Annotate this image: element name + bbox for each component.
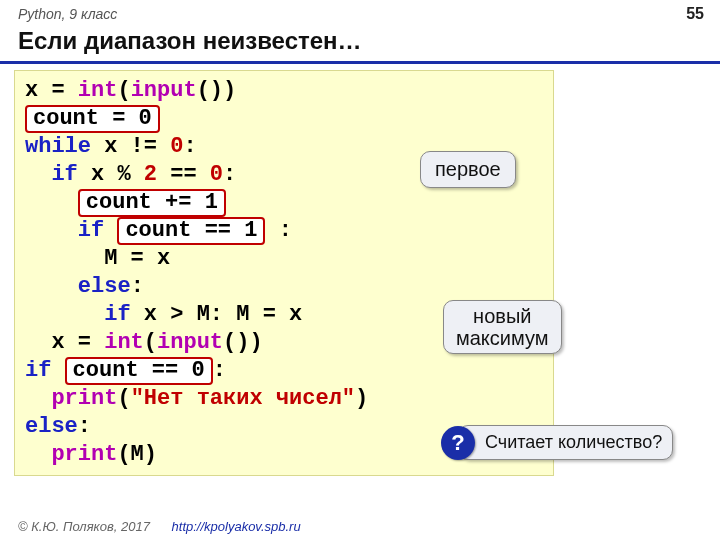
highlight-count-eq0: count == 0 xyxy=(65,357,213,385)
copyright: © К.Ю. Поляков, 2017 xyxy=(18,519,150,534)
slide-footer: © К.Ю. Поляков, 2017 http://kpolyakov.sp… xyxy=(18,519,301,534)
callout-question: ? Считает количество? xyxy=(458,425,673,460)
page-number: 55 xyxy=(686,5,704,23)
title-rule xyxy=(0,61,720,64)
code-line: else: xyxy=(25,273,543,301)
slide-header: Python, 9 класс 55 xyxy=(0,0,720,25)
callout-new-max: новый максимум xyxy=(443,300,562,354)
footer-url: http://kpolyakov.spb.ru xyxy=(172,519,301,534)
code-block: x = int(input()) count = 0 while x != 0:… xyxy=(14,70,554,476)
code-line: print("Нет таких чисел") xyxy=(25,385,543,413)
callout-max-line2: максимум xyxy=(456,327,549,349)
code-line: count += 1 xyxy=(25,189,543,217)
slide-title: Если диапазон неизвестен… xyxy=(0,25,720,61)
course-label: Python, 9 класс xyxy=(18,6,117,22)
code-line: if count == 0: xyxy=(25,357,543,385)
code-line: count = 0 xyxy=(25,105,543,133)
callout-first: первое xyxy=(420,151,516,188)
highlight-count-init: count = 0 xyxy=(25,105,160,133)
callout-first-text: первое xyxy=(435,158,501,180)
code-line: if count == 1 : xyxy=(25,217,543,245)
question-mark-icon: ? xyxy=(441,426,475,460)
callout-max-line1: новый xyxy=(456,305,549,327)
code-line: x = int(input()) xyxy=(25,77,543,105)
highlight-count-eq1: count == 1 xyxy=(117,217,265,245)
callout-question-text: Считает количество? xyxy=(485,432,662,452)
code-line: M = x xyxy=(25,245,543,273)
highlight-count-inc: count += 1 xyxy=(78,189,226,217)
